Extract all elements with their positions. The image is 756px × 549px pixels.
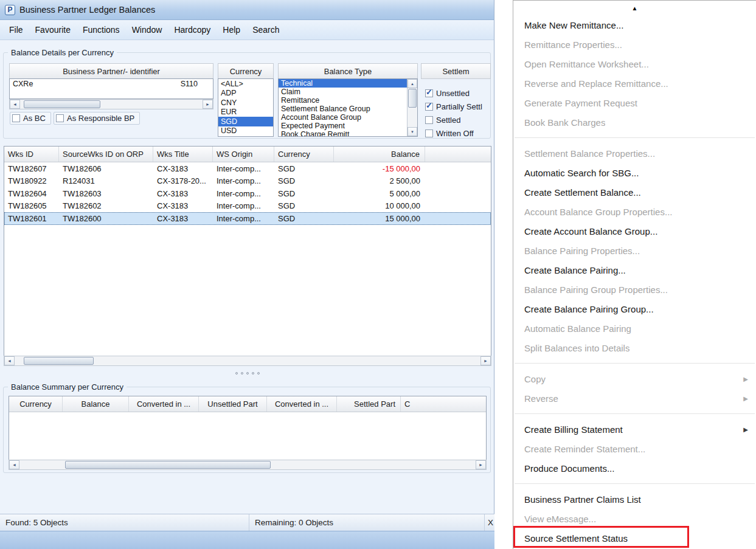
scrollbar-track[interactable] — [407, 88, 417, 127]
context-menu-item[interactable]: Produce Documents... ▶ — [513, 458, 756, 478]
settlement-header[interactable]: Settlem — [421, 63, 491, 79]
scroll-left-button[interactable]: ◄ — [4, 356, 15, 365]
context-menu-item[interactable]: View eMessage... ▶ — [513, 509, 756, 528]
table-row[interactable]: TW180922 R124031 CX-3178-20... Inter-com… — [4, 175, 491, 188]
settlement-checkbox[interactable]: Settled — [425, 116, 491, 125]
scroll-down-button[interactable]: ▼ — [407, 127, 417, 136]
currency-option[interactable]: CNY — [218, 98, 273, 108]
bp-list-item[interactable]: CXRe S110 — [10, 79, 213, 89]
column-header[interactable]: Balance — [334, 147, 425, 162]
context-menu-item[interactable]: Open Remittance Worksheet... ▶ — [513, 54, 756, 74]
balance-type-option[interactable]: Remittance — [279, 96, 407, 105]
context-menu-item[interactable]: Book Bank Charges ▶ — [513, 112, 756, 132]
scrollbar-track[interactable] — [15, 356, 480, 365]
context-menu-item[interactable]: Remittance Properties... ▶ — [513, 35, 756, 54]
balance-type-option[interactable]: Account Balance Group — [279, 113, 407, 122]
context-menu-item[interactable]: Reverse and Replace Remittance... ▶ — [513, 74, 756, 93]
context-menu-item[interactable]: Automatic Search for SBG... ▶ — [513, 163, 756, 182]
scroll-right-button[interactable]: ► — [203, 100, 213, 109]
scroll-up-button[interactable]: ▲ — [407, 79, 417, 88]
scrollbar-track[interactable] — [20, 100, 203, 109]
balance-type-option[interactable]: Claim — [279, 88, 407, 96]
balance-type-option[interactable]: Settlement Balance Group — [279, 105, 407, 113]
settlement-checkbox[interactable]: Partially Settl — [425, 102, 491, 111]
scroll-left-button[interactable]: ◄ — [9, 460, 19, 469]
column-header[interactable]: Balance — [63, 396, 129, 412]
scrollbar-thumb[interactable] — [408, 89, 417, 108]
column-header[interactable]: Currency — [9, 396, 63, 412]
context-menu-item[interactable]: Create Reminder Statement... ▶ — [513, 439, 756, 458]
scroll-right-button[interactable]: ► — [480, 356, 491, 365]
column-header[interactable]: Settled Part — [337, 396, 401, 412]
context-menu-item[interactable]: Split Balances into Details ▶ — [513, 338, 756, 357]
menu-bar-item[interactable]: Window — [126, 22, 168, 38]
bp-horizontal-scrollbar[interactable]: ◄ ► — [9, 99, 213, 109]
summary-horizontal-scrollbar[interactable]: ◄ ► — [9, 460, 487, 470]
context-menu-item[interactable]: Create Settlement Balance... ▶ — [513, 182, 756, 202]
column-header[interactable]: Converted in ... — [267, 396, 337, 412]
as-responsible-bp-checkbox[interactable]: As Responsible BP — [54, 112, 140, 125]
balance-type-option[interactable]: Expected Payment — [279, 122, 407, 130]
scrollbar-track[interactable] — [19, 460, 476, 469]
column-header[interactable]: WS Origin — [213, 147, 274, 162]
table-horizontal-scrollbar[interactable]: ◄ ► — [4, 356, 491, 366]
context-menu-item[interactable]: Automatic Balance Pairing ▶ — [513, 319, 756, 338]
currency-header[interactable]: Currency — [218, 63, 274, 79]
currency-option[interactable]: ADP — [218, 89, 273, 98]
currency-option[interactable]: <ALL> — [218, 79, 273, 89]
scroll-left-button[interactable]: ◄ — [10, 100, 20, 109]
as-bc-checkbox[interactable]: As BC — [10, 112, 51, 125]
context-menu-item[interactable]: Make New Remittance... ▶ — [513, 15, 756, 35]
context-menu-item[interactable]: Create Billing Statement ▶ — [513, 420, 756, 439]
title-bar[interactable]: P Business Partner Ledger Balances — [0, 0, 494, 20]
column-header[interactable]: Currency — [274, 147, 334, 162]
menu-bar-item[interactable]: Search — [246, 22, 285, 38]
balance-type-option[interactable]: Technical — [279, 79, 407, 88]
menu-bar-item[interactable]: Help — [217, 22, 246, 38]
settlement-checkbox[interactable]: Written Off — [425, 129, 491, 138]
scrollbar-thumb[interactable] — [24, 100, 100, 108]
currency-list[interactable]: <ALL> ADP CNY EUR SGD USD — [218, 78, 274, 137]
column-header[interactable]: C — [401, 396, 486, 412]
currency-option[interactable]: EUR — [218, 108, 273, 117]
table-row[interactable]: TW182607 TW182606 CX-3183 Inter-comp... … — [4, 162, 491, 175]
scrollbar-thumb[interactable] — [24, 357, 94, 365]
menu-bar-item[interactable]: Favourite — [29, 22, 77, 38]
bp-identifier-header[interactable]: Business Partner/- identifier — [9, 63, 213, 79]
context-menu-item[interactable]: Settlement Balance Properties... ▶ — [513, 143, 756, 163]
menu-bar-item[interactable]: File — [3, 22, 29, 38]
currency-option[interactable]: USD — [218, 126, 273, 136]
settlement-checkbox[interactable]: Unsettled — [425, 89, 491, 98]
table-row[interactable]: TW182601 TW182600 CX-3183 Inter-comp... … — [4, 212, 491, 225]
currency-option[interactable]: SGD — [218, 117, 273, 126]
context-menu-item[interactable]: Balance Pairing Properties... ▶ — [513, 241, 756, 260]
context-menu-item[interactable]: Balance Pairing Group Properties... ▶ — [513, 280, 756, 299]
menu-bar-item[interactable]: Functions — [77, 22, 126, 38]
balance-type-list[interactable]: Technical Claim Remittance Settlement Ba… — [278, 78, 418, 137]
balance-type-scrollbar[interactable]: ▲ ▼ — [407, 79, 417, 136]
balance-type-option[interactable]: Book Charge Remitt — [279, 130, 407, 136]
column-header[interactable]: Wks ID — [4, 147, 59, 162]
column-header[interactable]: Wks Title — [153, 147, 213, 162]
context-menu-item[interactable]: Create Account Balance Group... ▶ — [513, 221, 756, 241]
table-row[interactable]: TW182604 TW182603 CX-3183 Inter-comp... … — [4, 187, 491, 200]
scroll-right-button[interactable]: ► — [476, 460, 486, 469]
context-menu-item[interactable]: Reverse ▶ — [513, 388, 756, 408]
column-header[interactable]: SourceWks ID on ORP — [59, 147, 153, 162]
menu-scroll-up-icon[interactable]: ▲ — [513, 1, 756, 15]
context-menu-item[interactable]: Create Balance Pairing Group... ▶ — [513, 299, 756, 319]
context-menu-item[interactable]: Business Partner Claims List ▶ — [513, 489, 756, 509]
splitter-grip[interactable] — [4, 368, 491, 378]
column-header[interactable]: Converted in ... — [129, 396, 199, 412]
balance-type-header[interactable]: Balance Type — [278, 63, 418, 79]
context-menu-item[interactable]: Source Settlement Status ▶ — [513, 528, 756, 548]
scrollbar-thumb[interactable] — [65, 461, 271, 469]
context-menu-item[interactable]: Account Balance Group Properties... ▶ — [513, 202, 756, 221]
context-menu-item[interactable]: Copy ▶ — [513, 369, 756, 388]
column-header[interactable]: Unsettled Part — [199, 396, 267, 412]
menu-bar-item[interactable]: Hardcopy — [168, 22, 217, 38]
context-menu-item[interactable]: Create Balance Pairing... ▶ — [513, 260, 756, 280]
context-menu-item[interactable]: Generate Payment Request ▶ — [513, 93, 756, 112]
bp-list[interactable]: CXRe S110 — [9, 78, 213, 99]
table-row[interactable]: TW182605 TW182602 CX-3183 Inter-comp... … — [4, 200, 491, 213]
